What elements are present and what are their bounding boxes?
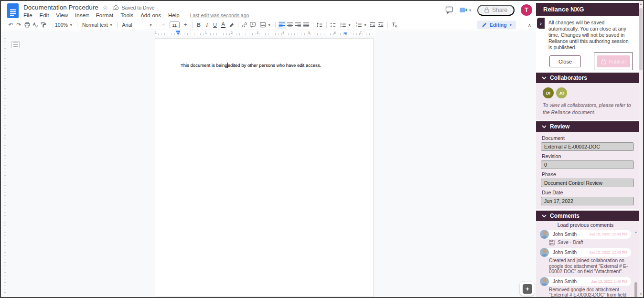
align-left-icon[interactable]: [278, 21, 286, 29]
menu-tools[interactable]: Tools: [120, 12, 133, 18]
numbered-list-icon: 12: [355, 21, 362, 28]
comments-scrollbar[interactable]: ▲ ▼: [634, 231, 638, 298]
explore-button[interactable]: [520, 282, 535, 296]
meet-button[interactable]: ▾: [460, 7, 471, 13]
insert-image-button[interactable]: ▾: [257, 21, 273, 28]
session-info-panel: All changes will be saved automatically.…: [536, 16, 639, 71]
right-margin-marker[interactable]: [343, 32, 347, 35]
saved-status[interactable]: Saved to Drive: [112, 5, 155, 11]
menu-view[interactable]: View: [56, 12, 68, 18]
insert-link-icon[interactable]: [241, 21, 249, 29]
menu-help[interactable]: Help: [168, 12, 180, 18]
meet-camera-icon: [460, 7, 468, 13]
paragraph-style-select[interactable]: Normal text ▾: [80, 22, 115, 28]
menu-insert[interactable]: Insert: [75, 12, 89, 18]
load-previous-comments-link[interactable]: Load previous comments: [540, 222, 631, 228]
image-caret-icon: ▾: [268, 23, 270, 27]
scroll-up-icon[interactable]: ▲: [634, 231, 638, 234]
comment-body: Save - Draft: [549, 240, 631, 245]
bulleted-list-button[interactable]: ▾: [337, 21, 353, 28]
panel-scrollbar-thumb[interactable]: [639, 8, 643, 70]
bold-icon[interactable]: B: [195, 21, 203, 29]
zoom-select[interactable]: 100% ▾: [53, 22, 75, 28]
increase-indent-icon[interactable]: [377, 21, 385, 29]
redo-icon[interactable]: ↷: [15, 21, 23, 29]
menu-addons[interactable]: Add-ons: [140, 12, 161, 18]
font-size-field[interactable]: 11: [170, 21, 180, 28]
publish-button[interactable]: Publish: [597, 55, 630, 67]
font-select[interactable]: Arial ▾: [120, 22, 154, 28]
field-revision[interactable]: [541, 160, 634, 169]
numbered-list-button[interactable]: 12 ▾: [353, 21, 369, 28]
print-icon[interactable]: [23, 21, 31, 29]
account-avatar[interactable]: T: [521, 4, 532, 16]
explore-icon: [523, 284, 532, 294]
zoom-caret-icon: ▾: [70, 23, 72, 27]
field-due-date[interactable]: [541, 197, 634, 205]
field-phase[interactable]: [541, 179, 634, 187]
spellcheck-icon[interactable]: [31, 21, 39, 29]
share-label: Share: [492, 7, 507, 13]
section-header-collaborators[interactable]: Collaborators: [536, 73, 639, 83]
italic-icon[interactable]: I: [203, 21, 211, 29]
undo-icon[interactable]: ↶: [7, 21, 15, 29]
editing-mode-button[interactable]: Editing ▾: [477, 21, 516, 29]
zoom-value: 100%: [55, 22, 68, 28]
review-content: Document Revision Phase Due Date: [536, 132, 639, 209]
section-header-comments[interactable]: Comments: [536, 211, 639, 221]
underline-icon[interactable]: U: [211, 21, 219, 29]
close-button[interactable]: Close: [549, 55, 581, 67]
document-outline-button[interactable]: [11, 41, 20, 48]
editing-mode-label: Editing: [490, 22, 507, 28]
session-info-text: All changes will be saved automatically.…: [548, 20, 633, 51]
commenter-avatar: [540, 230, 549, 239]
menu-edit[interactable]: Edit: [40, 12, 49, 18]
toolbar-divider: [387, 22, 388, 28]
toolbar-divider: [326, 22, 327, 28]
reliance-nxg-panel: › Reliance NXG All changes will be saved…: [536, 1, 643, 297]
docs-logo-icon[interactable]: [7, 3, 19, 18]
menu-file[interactable]: File: [23, 12, 32, 18]
clear-formatting-icon[interactable]: [390, 21, 398, 29]
comment-item: John Smith Jun 15, 2022, 1:40 PM Removed…: [540, 277, 631, 298]
horizontal-ruler: 1 1 2 3 4 5 6 7: [1, 31, 536, 36]
menu-format[interactable]: Format: [96, 12, 113, 18]
toolbar-divider: [192, 22, 193, 28]
align-justify-icon[interactable]: [302, 21, 311, 29]
highlight-pen-icon[interactable]: [227, 21, 236, 29]
document-text-line[interactable]: This document is beingedited by other pe…: [181, 63, 321, 68]
line-spacing-icon[interactable]: [316, 21, 324, 29]
comments-scrollbar-thumb[interactable]: [634, 282, 637, 298]
add-comment-icon[interactable]: [249, 21, 257, 29]
editing-caret-icon: ▾: [510, 23, 512, 27]
decrease-indent-icon[interactable]: [369, 21, 377, 29]
scroll-down-icon[interactable]: ▼: [639, 293, 643, 296]
toolbar-divider: [522, 22, 522, 28]
document-page[interactable]: This document is beingedited by other pe…: [155, 38, 374, 297]
text-color-icon[interactable]: A: [219, 21, 227, 29]
toolbar-collapse-icon[interactable]: ∧: [528, 22, 531, 28]
toolbar-divider: [50, 22, 50, 28]
panel-title: Reliance NXG: [536, 3, 639, 16]
field-document[interactable]: [541, 142, 634, 151]
svg-text:2: 2: [356, 25, 357, 28]
section-header-review[interactable]: Review: [536, 121, 639, 132]
scroll-up-icon[interactable]: ▲: [639, 2, 643, 5]
paint-format-icon[interactable]: [39, 21, 47, 29]
comment-author: John Smith: [553, 232, 577, 237]
comment-history-icon[interactable]: [445, 6, 453, 14]
align-center-icon[interactable]: [286, 21, 294, 29]
document-title[interactable]: Documentation Procedure: [23, 4, 98, 11]
left-margin-marker[interactable]: [176, 32, 180, 35]
checklist-icon[interactable]: [329, 21, 337, 29]
font-size-increase-icon[interactable]: +: [182, 21, 190, 29]
align-right-icon[interactable]: [294, 21, 302, 29]
panel-scrollbar[interactable]: ▲ ▼: [639, 1, 643, 297]
panel-collapse-tab[interactable]: ›: [537, 18, 545, 29]
comment-body: Created and joined collaboration on goog…: [549, 258, 631, 275]
font-size-decrease-icon[interactable]: −: [160, 21, 168, 29]
star-icon[interactable]: ☆: [103, 4, 108, 11]
first-line-indent-marker[interactable]: [176, 31, 180, 32]
last-edit-status[interactable]: Last edit was seconds ago: [190, 12, 249, 18]
share-button[interactable]: Share: [477, 5, 515, 16]
